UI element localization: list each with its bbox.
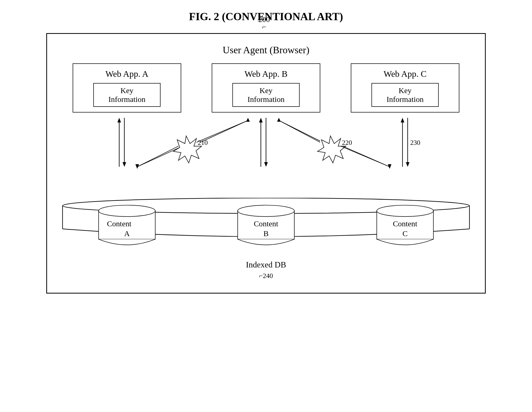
svg-line-24 (343, 146, 390, 167)
svg-marker-1 (123, 162, 126, 167)
indexed-db-area: Content A Content B Content C (57, 198, 475, 265)
svg-marker-11 (401, 118, 404, 123)
web-app-box-b: Web App. B Key Information (212, 63, 320, 113)
svg-text:C: C (402, 229, 408, 238)
web-app-title-b: Web App. B (245, 69, 287, 79)
ref-240: ⌐240 (57, 272, 475, 280)
key-info-box-c: Key Information (371, 83, 439, 107)
svg-point-33 (98, 205, 155, 216)
svg-text:A: A (124, 229, 130, 238)
svg-point-37 (238, 205, 294, 216)
user-agent-label: User Agent (Browser) (57, 42, 475, 56)
svg-point-41 (377, 205, 433, 216)
web-app-box-a: Web App. A Key Information (73, 63, 181, 113)
ref-200-bracket: ⌐ (262, 23, 266, 31)
svg-marker-20 (317, 136, 346, 163)
svg-marker-18 (135, 164, 139, 169)
svg-text:220: 220 (342, 139, 352, 146)
svg-marker-12 (173, 136, 202, 163)
web-app-box-c: Web App. C Key Information (351, 63, 459, 113)
svg-text:B: B (263, 229, 269, 238)
middle-section: 210 220 230 (57, 118, 475, 200)
svg-text:Content: Content (254, 219, 278, 228)
svg-line-25 (279, 121, 320, 141)
svg-marker-26 (277, 118, 281, 122)
svg-marker-3 (117, 118, 121, 123)
key-info-box-a: Key Information (93, 83, 161, 107)
svg-line-17 (137, 147, 180, 167)
svg-text:210: 210 (198, 139, 208, 146)
web-app-title-a: Web App. A (105, 69, 148, 79)
svg-text:Content: Content (393, 219, 417, 228)
web-apps-row: Web App. A Key Information Web App. B Ke… (57, 63, 475, 113)
svg-marker-7 (259, 118, 263, 123)
web-app-title-c: Web App. C (384, 69, 427, 79)
ref-200: 200 (258, 15, 270, 24)
svg-marker-9 (406, 162, 409, 167)
key-info-box-b: Key Information (232, 83, 300, 107)
svg-text:230: 230 (410, 139, 420, 146)
svg-marker-5 (264, 162, 268, 167)
diagram-container: User Agent (Browser) Web App. A Key Info… (46, 33, 486, 294)
svg-text:Content: Content (107, 219, 132, 228)
